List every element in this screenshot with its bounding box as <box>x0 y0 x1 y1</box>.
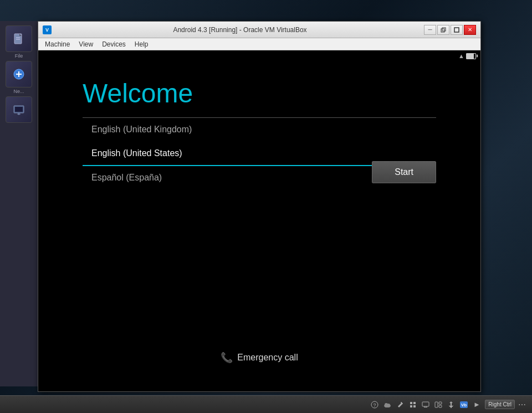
restore-button[interactable] <box>437 25 449 35</box>
svg-rect-14 <box>454 28 459 32</box>
sidebar-label-new: Ne... <box>13 89 24 94</box>
battery-icon <box>466 53 476 59</box>
taskbar-vbox-icon[interactable]: Vb <box>458 399 469 410</box>
vbox-window: V Android 4.3 [Running] - Oracle VM Virt… <box>38 21 481 392</box>
right-ctrl-button[interactable]: Right Ctrl <box>485 400 515 409</box>
file-icon[interactable] <box>6 25 32 52</box>
phone-icon: 📞 <box>221 352 233 364</box>
svg-rect-30 <box>439 405 442 407</box>
svg-rect-29 <box>439 402 442 404</box>
emergency-call-label: Emergency call <box>237 353 298 363</box>
svg-rect-23 <box>413 405 416 407</box>
taskbar-dots[interactable]: ⋯ <box>516 399 528 410</box>
minimize-button[interactable]: ─ <box>424 25 436 35</box>
sidebar-label-file: File <box>15 53 23 59</box>
svg-rect-21 <box>413 402 416 404</box>
svg-rect-13 <box>442 28 446 31</box>
status-bar: ▲ <box>458 53 476 59</box>
vm-icon[interactable] <box>6 96 32 123</box>
maximize-button[interactable] <box>451 25 463 35</box>
svg-text:V: V <box>45 27 49 33</box>
svg-rect-28 <box>435 402 438 407</box>
svg-rect-12 <box>441 29 444 32</box>
taskbar-icons: ? <box>369 399 528 410</box>
signal-icon: ▲ <box>458 53 464 59</box>
svg-rect-32 <box>452 405 453 406</box>
vbox-sidebar: File Ne... <box>0 21 38 386</box>
svg-rect-31 <box>449 405 450 406</box>
menu-devices[interactable]: Devices <box>98 39 130 49</box>
taskbar-monitor-icon[interactable] <box>420 399 431 410</box>
sidebar-item-vm[interactable] <box>6 96 32 123</box>
start-button[interactable]: Start <box>372 161 436 183</box>
welcome-title: Welcome <box>83 78 436 109</box>
new-icon[interactable] <box>6 61 32 87</box>
taskbar-edit-icon[interactable] <box>395 399 406 410</box>
menu-bar: Machine View Devices Help <box>38 38 480 50</box>
svg-rect-24 <box>422 402 429 406</box>
menu-help[interactable]: Help <box>130 39 153 49</box>
taskbar-usb-icon[interactable] <box>446 399 457 410</box>
emergency-call[interactable]: 📞 Emergency call <box>221 352 298 364</box>
language-item-en-uk[interactable]: English (United Kingdom) <box>83 118 436 142</box>
svg-text:Vb: Vb <box>461 402 467 407</box>
menu-machine[interactable]: Machine <box>40 39 74 49</box>
close-button[interactable]: ✕ <box>464 25 476 35</box>
android-screen: ▲ Welcome English (United Kingdom) Engli… <box>38 50 480 391</box>
svg-text:?: ? <box>374 402 376 408</box>
svg-rect-22 <box>410 405 412 407</box>
taskbar: ? <box>0 395 532 413</box>
taskbar-arrow-icon[interactable]: ► <box>471 399 482 410</box>
svg-point-19 <box>387 404 390 406</box>
window-controls: ─ ✕ <box>424 25 476 35</box>
window-title: Android 4.3 [Running] - Oracle VM Virtua… <box>56 26 424 34</box>
vbox-icon: V <box>43 25 52 34</box>
svg-rect-20 <box>410 402 412 404</box>
sidebar-item-file[interactable]: File <box>6 25 32 59</box>
taskbar-help-icon[interactable]: ? <box>369 399 380 410</box>
sidebar-item-new[interactable]: Ne... <box>6 61 32 94</box>
taskbar-cloud-icon[interactable] <box>382 399 393 410</box>
title-bar: V Android 4.3 [Running] - Oracle VM Virt… <box>38 22 480 38</box>
taskbar-grid-icon[interactable] <box>407 399 418 410</box>
svg-rect-7 <box>15 107 23 112</box>
taskbar-layout-icon[interactable] <box>433 399 444 410</box>
menu-view[interactable]: View <box>74 39 98 49</box>
